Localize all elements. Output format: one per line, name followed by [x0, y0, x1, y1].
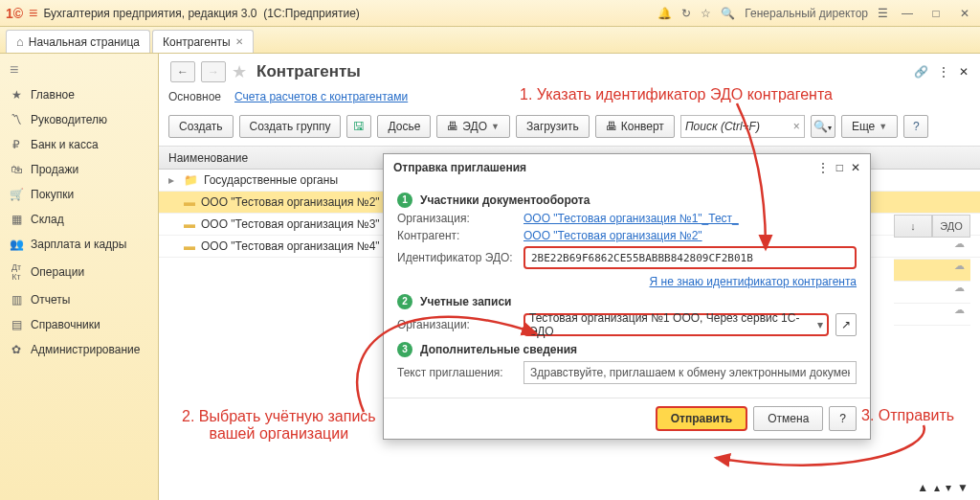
- edo-cell: ☁: [894, 304, 970, 326]
- sidebar-item-catalog[interactable]: ▤Справочники: [0, 312, 158, 337]
- edo-cell: ☁: [894, 238, 970, 260]
- col-edo[interactable]: ЭДО: [932, 215, 970, 238]
- org-link[interactable]: ООО "Тестовая организация №1"_Тест_: [523, 212, 739, 225]
- more-icon[interactable]: ⋮: [938, 65, 949, 79]
- ctr-link[interactable]: ООО "Тестовая организация №2": [523, 229, 702, 242]
- link-icon[interactable]: 🔗: [914, 65, 928, 79]
- books-icon: ▤: [10, 318, 23, 331]
- page-close-icon[interactable]: ✕: [959, 65, 969, 79]
- tab-home[interactable]: ⌂Начальная страница: [6, 30, 150, 53]
- item-icon: ▬: [184, 195, 195, 209]
- bars-icon: ▥: [10, 293, 23, 307]
- item-icon: ▬: [184, 239, 195, 253]
- sidebar-item-main[interactable]: ★Главное: [0, 82, 158, 107]
- sidebar-item-operations[interactable]: ДтКтОперации: [0, 257, 158, 287]
- cart-icon: 🛒: [10, 188, 23, 201]
- dialog-close-icon[interactable]: ✕: [851, 161, 860, 174]
- find-button[interactable]: 🔍▾: [811, 115, 835, 138]
- edo-cell: ☁: [894, 282, 970, 304]
- history-icon[interactable]: ↻: [681, 7, 691, 20]
- ctr-label: Контрагент:: [397, 229, 520, 242]
- help-button[interactable]: ?: [903, 115, 928, 138]
- convert-button[interactable]: 🖶 Конверт: [595, 115, 675, 138]
- logo-eq: ≡: [29, 5, 37, 22]
- text-label: Текст приглашения:: [397, 366, 520, 379]
- scroll-up-icon[interactable]: ▴: [934, 481, 940, 494]
- tab-close-icon[interactable]: ✕: [235, 36, 243, 47]
- scroll-top-icon[interactable]: ▲: [917, 481, 928, 494]
- tab-contractors[interactable]: Контрагенты✕: [152, 30, 254, 53]
- sidebar-item-purchase[interactable]: 🛒Покупки: [0, 182, 158, 207]
- close-button[interactable]: ✕: [955, 7, 974, 20]
- open-account-button[interactable]: ↗: [835, 313, 857, 336]
- tabbar: ⌂Начальная страница Контрагенты✕: [0, 27, 980, 54]
- maximize-button[interactable]: □: [926, 7, 946, 20]
- user-name[interactable]: Генеральный директор: [745, 7, 868, 20]
- search-icon[interactable]: 🔍: [721, 7, 735, 20]
- edo-button[interactable]: 🖶 ЭДО ▼: [436, 115, 510, 138]
- people-icon: 👥: [10, 238, 23, 251]
- dialog-more-icon[interactable]: ⋮: [817, 161, 829, 174]
- clear-search-icon[interactable]: ×: [793, 120, 800, 133]
- create-group-button[interactable]: Создать группу: [239, 115, 342, 138]
- user-menu-icon[interactable]: ☰: [878, 7, 888, 20]
- scroll-down-icon[interactable]: ▾: [946, 481, 951, 494]
- subtab-main[interactable]: Основное: [168, 90, 221, 103]
- logo-1c: 1©: [6, 6, 23, 21]
- chevron-down-icon: ▾: [817, 318, 823, 331]
- send-button[interactable]: Отправить: [656, 406, 747, 431]
- ruble-icon: ₽: [10, 138, 23, 151]
- favorite-icon[interactable]: ★: [232, 61, 247, 82]
- toolbar: Создать Создать группу 🖫 Досье 🖶 ЭДО ▼ З…: [159, 111, 980, 147]
- sidebar-item-reports[interactable]: ▥Отчеты: [0, 287, 158, 312]
- menu-toggle-icon[interactable]: ≡: [0, 57, 158, 82]
- dtkt-icon: ДтКт: [10, 262, 23, 282]
- folder-icon: 📁: [184, 173, 198, 187]
- create-button[interactable]: Создать: [168, 115, 234, 138]
- footer-icons: ▲ ▴ ▾ ▼: [917, 481, 969, 494]
- account-select[interactable]: Тестовая организация №1 ООО, Через серви…: [523, 313, 829, 336]
- sidebar-item-salary[interactable]: 👥Зарплата и кадры: [0, 232, 158, 257]
- minimize-button[interactable]: —: [898, 7, 917, 20]
- invite-text-input[interactable]: [523, 361, 857, 384]
- grid-right-columns: ↓ЭДО ☁ ☁ ☁ ☁: [894, 215, 970, 326]
- star-icon[interactable]: ☆: [701, 7, 711, 20]
- gear-icon: ✿: [10, 343, 23, 356]
- item-icon: ▬: [184, 217, 195, 231]
- dialog-title: Отправка приглашения: [393, 161, 526, 174]
- edo-cell: ☁: [894, 260, 970, 282]
- org-label: Организация:: [397, 212, 520, 225]
- sidebar: ≡ ★Главное 〽Руководителю ₽Банк и касса 🛍…: [0, 54, 159, 500]
- dialog-max-icon[interactable]: □: [836, 161, 843, 174]
- col-sort[interactable]: ↓: [894, 215, 932, 238]
- star-icon: ★: [10, 88, 23, 102]
- sidebar-item-bank[interactable]: ₽Банк и касса: [0, 132, 158, 157]
- forward-button[interactable]: →: [201, 61, 226, 82]
- box-icon: ▦: [10, 213, 23, 226]
- sidebar-item-stock[interactable]: ▦Склад: [0, 207, 158, 232]
- scroll-bottom-icon[interactable]: ▼: [957, 481, 969, 494]
- subtab-accounts[interactable]: Счета расчетов с контрагентами: [234, 90, 408, 103]
- cancel-button[interactable]: Отмена: [753, 406, 823, 431]
- bell-icon[interactable]: 🔔: [657, 7, 672, 20]
- bag-icon: 🛍: [10, 163, 23, 176]
- search-input[interactable]: Поиск (Ctrl+F)×: [680, 115, 805, 138]
- home-icon: ⌂: [16, 34, 24, 49]
- refresh-button[interactable]: 🖫: [346, 115, 371, 138]
- edo-id-input[interactable]: [523, 246, 857, 269]
- chart-icon: 〽: [10, 113, 23, 126]
- load-button[interactable]: Загрузить: [516, 115, 590, 138]
- no-id-link[interactable]: Я не знаю идентификатор контрагента: [650, 275, 858, 288]
- step2-title: Учетные записи: [420, 295, 511, 308]
- sidebar-item-manager[interactable]: 〽Руководителю: [0, 107, 158, 132]
- invite-dialog: Отправка приглашения ⋮ □ ✕ 1Участники до…: [383, 153, 871, 440]
- help-button[interactable]: ?: [829, 406, 857, 431]
- back-button[interactable]: ←: [170, 61, 195, 82]
- page-title: Контрагенты: [256, 62, 361, 81]
- titlebar: 1© ≡ Бухгалтерия предприятия, редакция 3…: [0, 0, 980, 27]
- sidebar-item-admin[interactable]: ✿Администрирование: [0, 337, 158, 362]
- more-button[interactable]: Еще ▼: [841, 115, 898, 138]
- step3-title: Дополнительные сведения: [420, 343, 577, 356]
- dossier-button[interactable]: Досье: [377, 115, 431, 138]
- sidebar-item-sales[interactable]: 🛍Продажи: [0, 157, 158, 182]
